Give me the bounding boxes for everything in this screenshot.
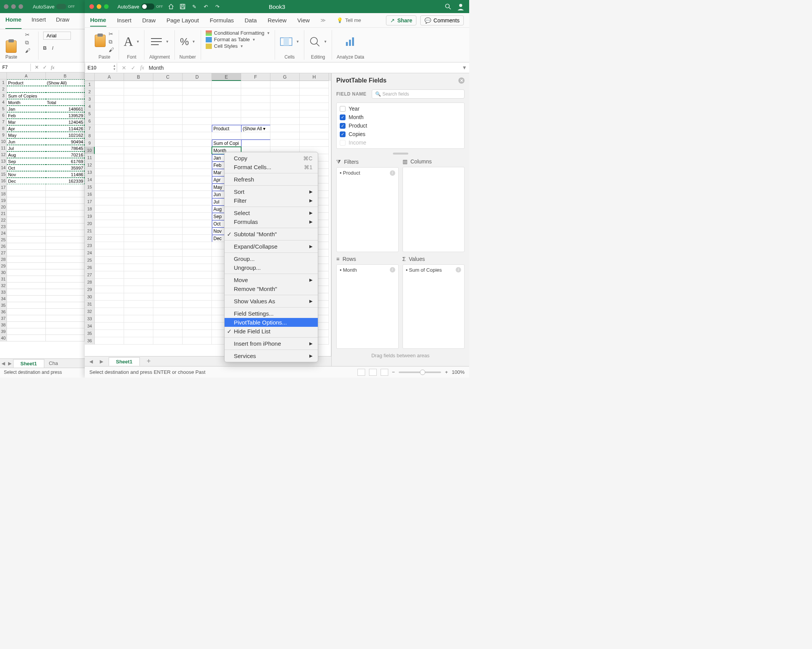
- grid-cell[interactable]: [124, 176, 153, 183]
- back-row-header[interactable]: 5: [0, 106, 7, 112]
- zoom-in-button[interactable]: +: [445, 369, 448, 375]
- back-cell[interactable]: 114426: [46, 125, 85, 132]
- format-painter-icon[interactable]: 🖌: [25, 47, 30, 54]
- back-row-header[interactable]: 26: [0, 243, 7, 250]
- pane-resize-handle[interactable]: [393, 153, 408, 155]
- grid-cell[interactable]: [124, 213, 153, 220]
- value-item-copies[interactable]: ▪ Sum of Copiesi: [404, 266, 463, 274]
- back-row-header[interactable]: 14: [0, 165, 7, 171]
- grid-cell[interactable]: [124, 88, 153, 96]
- format-painter-icon[interactable]: 🖌: [109, 47, 114, 53]
- grid-cell[interactable]: [124, 118, 153, 125]
- more-tabs-icon[interactable]: ≫: [320, 17, 326, 23]
- back-row-header[interactable]: 3: [0, 92, 7, 99]
- undo-icon[interactable]: ↶: [202, 3, 209, 10]
- back-cell[interactable]: 90494: [46, 138, 85, 145]
- grid-cell[interactable]: [153, 140, 183, 147]
- paste-icon[interactable]: [6, 40, 17, 53]
- cm-insert-iphone[interactable]: Insert from iPhone▶: [225, 339, 318, 348]
- back-row-header[interactable]: 1: [0, 79, 7, 86]
- grid-cell[interactable]: [183, 169, 212, 176]
- cm-ungroup[interactable]: Ungroup...: [225, 263, 318, 272]
- row-header[interactable]: 28: [85, 279, 95, 286]
- back-tab-draw[interactable]: Draw: [56, 16, 69, 29]
- back-row-header[interactable]: 2: [0, 86, 7, 92]
- grid-cell[interactable]: [124, 337, 153, 345]
- back-cell[interactable]: [46, 92, 85, 99]
- back-row-header[interactable]: 31: [0, 276, 7, 282]
- grid-cell[interactable]: [95, 132, 124, 140]
- grid-cell[interactable]: [124, 140, 153, 147]
- tab-insert[interactable]: Insert: [117, 17, 132, 24]
- grid-cell[interactable]: [183, 125, 212, 132]
- grid-cell[interactable]: [153, 227, 183, 235]
- traffic-light-zoom[interactable]: [104, 4, 109, 9]
- cm-services[interactable]: Services▶: [225, 351, 318, 360]
- grid-cell[interactable]: [153, 337, 183, 345]
- grid-cell[interactable]: [212, 81, 241, 88]
- back-sheet-tab-2[interactable]: Cha: [44, 359, 63, 367]
- checkbox-icon[interactable]: ✓: [340, 131, 346, 137]
- grid-cell[interactable]: [153, 205, 183, 213]
- grid-cell[interactable]: [153, 96, 183, 103]
- row-item-month[interactable]: ▪ Monthi: [338, 266, 397, 274]
- grid-cell[interactable]: [124, 308, 153, 315]
- row-header[interactable]: 24: [85, 249, 95, 257]
- search-fields-input[interactable]: 🔍 Search fields: [372, 89, 465, 99]
- grid-cell[interactable]: [270, 140, 300, 147]
- back-sheet-tab[interactable]: Sheet1: [13, 359, 44, 368]
- traffic-light-minimize[interactable]: [97, 4, 101, 9]
- copy-icon[interactable]: ⧉: [109, 39, 114, 45]
- back-row-header[interactable]: 37: [0, 315, 7, 322]
- back-cell[interactable]: Mar: [7, 119, 46, 125]
- grid-cell[interactable]: [153, 147, 183, 154]
- grid-cell[interactable]: [183, 271, 212, 279]
- grid-cell[interactable]: [270, 132, 300, 140]
- checkbox-icon[interactable]: ✓: [340, 114, 346, 120]
- grid-cell[interactable]: [153, 249, 183, 257]
- grid-cell[interactable]: [153, 81, 183, 88]
- tab-data[interactable]: Data: [245, 17, 257, 24]
- grid-cell[interactable]: [183, 323, 212, 330]
- grid-cell[interactable]: [95, 140, 124, 147]
- back-row-header[interactable]: 29: [0, 263, 7, 269]
- back-row-header[interactable]: 13: [0, 158, 7, 165]
- fx-icon[interactable]: fx: [140, 65, 144, 71]
- grid-cell[interactable]: [183, 140, 212, 147]
- grid-cell[interactable]: [124, 271, 153, 279]
- grid-cell[interactable]: [153, 220, 183, 227]
- add-sheet-button[interactable]: +: [144, 357, 154, 365]
- back-row-header[interactable]: 39: [0, 328, 7, 335]
- values-area[interactable]: ΣValues ▪ Sum of Copiesi: [403, 256, 465, 349]
- grid-cell[interactable]: [270, 88, 300, 96]
- grid-cell[interactable]: [95, 154, 124, 161]
- back-cell[interactable]: Oct: [7, 165, 46, 171]
- back-cell[interactable]: Sep: [7, 158, 46, 165]
- grid-cell[interactable]: [183, 301, 212, 308]
- grid-cell[interactable]: [183, 330, 212, 337]
- grid-cell[interactable]: [95, 88, 124, 96]
- sheet-tab-1[interactable]: Sheet1: [109, 357, 140, 366]
- grid-cell[interactable]: [153, 213, 183, 220]
- cm-formulas[interactable]: Formulas▶: [225, 217, 318, 226]
- back-cell[interactable]: Sum of Copies: [7, 92, 46, 99]
- columns-area[interactable]: ▥Columns: [403, 158, 465, 252]
- back-cell[interactable]: Aug: [7, 151, 46, 158]
- row-header[interactable]: 7: [85, 125, 95, 132]
- grid-cell[interactable]: [95, 169, 124, 176]
- row-header[interactable]: 26: [85, 264, 95, 271]
- grid-cell[interactable]: [300, 132, 329, 140]
- back-cell[interactable]: Product: [7, 79, 46, 86]
- grid-cell[interactable]: [95, 249, 124, 257]
- grid-cell[interactable]: [95, 81, 124, 88]
- grid-cell[interactable]: [153, 301, 183, 308]
- grid-cell[interactable]: [124, 279, 153, 286]
- grid-cell[interactable]: [124, 169, 153, 176]
- cancel-icon[interactable]: ✕: [35, 64, 39, 70]
- row-header[interactable]: 36: [85, 337, 95, 345]
- grid-cell[interactable]: [95, 118, 124, 125]
- grid-cell[interactable]: [153, 257, 183, 264]
- grid-cell[interactable]: [153, 103, 183, 110]
- cm-pivottable-options[interactable]: PivotTable Options...: [225, 318, 318, 327]
- cm-hide-field-list[interactable]: ✓Hide Field List: [225, 327, 318, 336]
